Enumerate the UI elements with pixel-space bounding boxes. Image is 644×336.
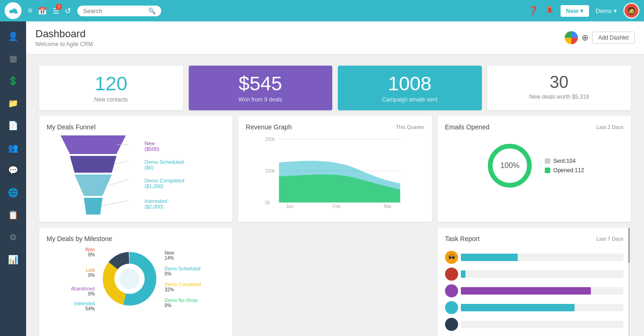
sidebar-item-analytics[interactable]: 📊 bbox=[3, 249, 23, 270]
stat-new-deals: 30 New deals worth $5,318 bbox=[487, 66, 631, 110]
new-contacts-number: 120 bbox=[48, 73, 174, 94]
legend-opened: Opened:112 bbox=[545, 167, 584, 174]
header-actions: ⊕ Add Dashlet bbox=[565, 31, 635, 44]
revenue-title: Revenue Graph bbox=[246, 123, 292, 131]
campaign-label: Campaign emails sent bbox=[347, 96, 473, 103]
new-button[interactable]: New ▾ bbox=[561, 5, 589, 17]
new-deals-label: New deals worth $5,318 bbox=[497, 94, 622, 100]
sidebar-item-chat[interactable]: 💬 bbox=[3, 160, 23, 181]
page-header: Dashboard Welcome to Agile CRM ⊕ Add Das… bbox=[26, 21, 644, 54]
campaign-number: 1008 bbox=[347, 73, 473, 94]
sidebar-item-teams[interactable]: 👥 bbox=[3, 138, 23, 158]
search-bar[interactable]: 🔍 bbox=[77, 6, 161, 16]
funnel-label-interested: Interested($2,000) bbox=[144, 198, 185, 209]
funnel-label-completed: Demo Completed($1,200) bbox=[144, 178, 185, 189]
page-title: Dashboard bbox=[35, 28, 93, 40]
sidebar-item-files[interactable]: 📁 bbox=[3, 93, 23, 114]
task-bar-bg-3 bbox=[461, 287, 623, 295]
task-report-title: Task Report bbox=[445, 235, 480, 242]
svg-text:Jan: Jan bbox=[286, 204, 294, 209]
pie-label-abandoned: Abandoned0% bbox=[71, 286, 95, 296]
top-navigation: ≡ 📅 ☰ 7 ↺ 🔍 ❓ 📌 New ▾ Demo ▾ 🧔 bbox=[0, 0, 644, 21]
pie-labels-left: Won0% Lost0% Abandoned0% Interested54% bbox=[71, 247, 95, 311]
main-content: Dashboard Welcome to Agile CRM ⊕ Add Das… bbox=[26, 21, 644, 336]
svg-marker-5 bbox=[75, 175, 112, 196]
task-bar-bg-4 bbox=[461, 304, 623, 311]
funnel-header: My Deals Funnel bbox=[47, 123, 225, 131]
task-bar-row-1: 🕶 bbox=[445, 251, 623, 264]
svg-point-27 bbox=[119, 269, 140, 289]
sidebar-item-documents[interactable]: 📄 bbox=[3, 115, 23, 136]
sent-label: Sent:104 bbox=[553, 158, 575, 164]
pie-label-demo-noshow: Demo No-Show0% bbox=[164, 298, 201, 308]
stat-campaign-emails: 1008 Campaign emails sent bbox=[338, 66, 482, 110]
sidebar-item-billing[interactable]: 📋 bbox=[3, 205, 23, 225]
nav-icons: ≡ 📅 ☰ 7 ↺ bbox=[28, 7, 71, 15]
revenue-chart: 200k 100k 0k Jan Feb Mar bbox=[246, 134, 424, 209]
svg-marker-4 bbox=[70, 156, 116, 173]
demo-button[interactable]: Demo ▾ bbox=[596, 7, 617, 14]
task-bar-row-4 bbox=[445, 301, 623, 314]
sidebar-item-deals[interactable]: 💲 bbox=[3, 71, 23, 91]
bar-chart: 🕶 bbox=[445, 247, 623, 336]
stats-row: 120 New contacts $545 Won from 9 deals 1… bbox=[34, 60, 637, 110]
chrome-icon[interactable] bbox=[565, 31, 578, 44]
task-bar-fill-4 bbox=[461, 304, 575, 311]
donut-legend: Sent:104 Opened:112 bbox=[545, 158, 584, 174]
pie-chart bbox=[99, 249, 160, 310]
user-avatar[interactable]: 🧔 bbox=[623, 3, 639, 19]
won-label: Won from 9 deals bbox=[198, 96, 323, 103]
pie-label-new: New14% bbox=[164, 250, 201, 261]
help-icon[interactable]: ❓ bbox=[528, 6, 538, 16]
app-logo bbox=[5, 2, 21, 19]
top-nav-right: ❓ 📌 New ▾ Demo ▾ 🧔 bbox=[528, 3, 639, 19]
revenue-period: This Quarter bbox=[396, 124, 425, 130]
task-avatar-2 bbox=[445, 268, 458, 281]
sidebar-item-dashboard[interactable]: ▦ bbox=[3, 48, 23, 69]
add-dashlet-icon[interactable]: ⊕ bbox=[582, 33, 589, 43]
task-bar-row-3 bbox=[445, 284, 623, 297]
svg-text:200k: 200k bbox=[265, 137, 276, 142]
search-icon: 🔍 bbox=[148, 7, 156, 14]
svg-line-8 bbox=[114, 161, 128, 164]
task-bar-bg-2 bbox=[461, 270, 623, 278]
task-bar-row-5 bbox=[445, 318, 623, 331]
emails-title: Emails Opened bbox=[445, 123, 490, 131]
funnel-labels: New($500) Demo Scheduled($0) Demo Comple… bbox=[144, 141, 185, 209]
deals-funnel-card: My Deals Funnel New($500) Dem bbox=[39, 116, 233, 222]
pie-label-demo-completed: Demo Completed32% bbox=[164, 282, 201, 292]
sidebar-item-web[interactable]: 🌐 bbox=[3, 182, 23, 203]
task-bar-fill-3 bbox=[461, 287, 591, 295]
donut-chart: 100% bbox=[484, 140, 535, 191]
task-scrollbar-track bbox=[628, 228, 630, 336]
new-deals-number: 30 bbox=[497, 73, 622, 92]
left-sidebar: 👤 ▦ 💲 📁 📄 👥 💬 🌐 📋 ⚙ 📊 bbox=[0, 21, 26, 336]
empty-center bbox=[238, 228, 432, 336]
svg-marker-6 bbox=[84, 198, 103, 215]
search-input[interactable] bbox=[83, 7, 145, 14]
page-subtitle: Welcome to Agile CRM bbox=[35, 41, 93, 47]
tasks-icon[interactable]: ☰ 7 bbox=[53, 7, 59, 15]
calendar-icon[interactable]: 📅 bbox=[38, 7, 47, 15]
new-contacts-label: New contacts bbox=[48, 96, 174, 103]
page-title-block: Dashboard Welcome to Agile CRM bbox=[35, 28, 93, 47]
funnel-wrap: New($500) Demo Scheduled($0) Demo Comple… bbox=[47, 135, 225, 215]
sidebar-item-contacts[interactable]: 👤 bbox=[3, 26, 23, 47]
opened-label: Opened:112 bbox=[553, 167, 584, 174]
milestone-title: My Deals by Milestone bbox=[47, 235, 112, 242]
sidebar-item-settings[interactable]: ⚙ bbox=[3, 227, 23, 248]
funnel-chart bbox=[47, 135, 140, 215]
task-avatar-1: 🕶 bbox=[445, 251, 458, 264]
menu-icon[interactable]: ≡ bbox=[28, 7, 32, 15]
task-avatar-3 bbox=[445, 284, 458, 297]
won-amount: $545 bbox=[198, 73, 323, 94]
svg-line-9 bbox=[110, 180, 128, 185]
pin-icon[interactable]: 📌 bbox=[543, 4, 556, 17]
history-icon[interactable]: ↺ bbox=[65, 7, 71, 15]
milestone-header: My Deals by Milestone bbox=[47, 235, 225, 242]
task-scrollbar-thumb[interactable] bbox=[628, 228, 630, 263]
add-dashlet-button[interactable]: Add Dashlet bbox=[592, 32, 635, 44]
pie-label-demo-scheduled: Demo Scheduled0% bbox=[164, 266, 201, 276]
task-bar-fill-1 bbox=[461, 254, 518, 261]
svg-text:100k: 100k bbox=[265, 168, 276, 174]
